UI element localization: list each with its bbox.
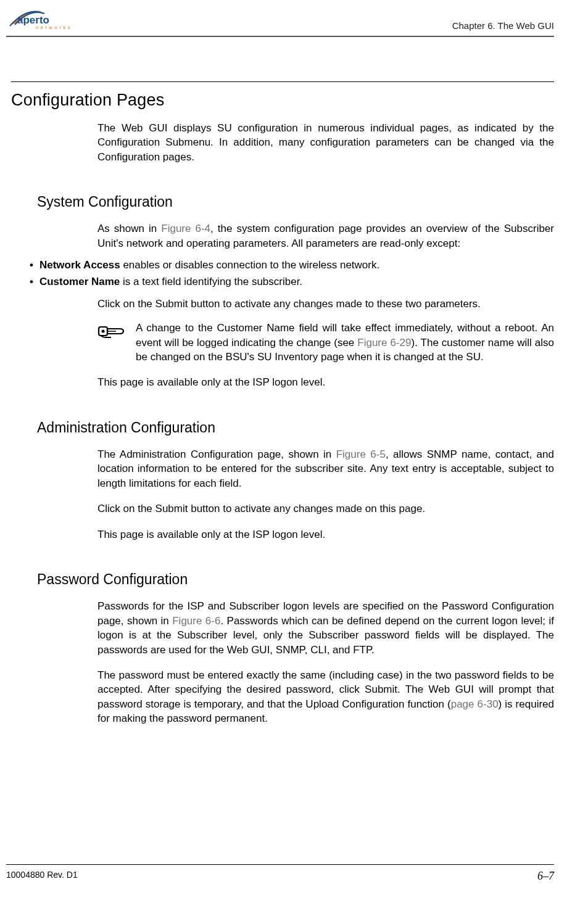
adminconf-p3: This page is available only at the ISP l…	[97, 527, 554, 542]
figure-ref[interactable]: Figure 6-4	[161, 223, 210, 234]
bold-term: Network Access	[39, 259, 120, 271]
adminconf-p1: The Administration Configuration page, s…	[97, 447, 554, 490]
pwdconf-p1: Passwords for the ISP and Subscriber log…	[97, 599, 554, 657]
svg-point-3	[102, 330, 105, 333]
list-item: • Customer Name is a text field identify…	[30, 273, 554, 290]
list-item-text: Customer Name is a text field identifyin…	[39, 273, 302, 290]
doc-revision: 10004880 Rev. D1	[6, 870, 78, 883]
text: is a text field identifying the subscrib…	[120, 276, 302, 287]
text: As shown in	[97, 223, 161, 234]
text: The Administration Configuration page, s…	[97, 448, 336, 460]
page-title: Configuration Pages	[11, 81, 554, 110]
sysconf-p2: Click on the Submit button to activate a…	[97, 297, 554, 311]
sysconf-p3: This page is available only at the ISP l…	[97, 375, 554, 389]
aperto-logo: aperto n e t w o r k s	[6, 7, 74, 32]
note-block: A change to the Customer Name field will…	[97, 321, 554, 364]
header-rule	[6, 36, 554, 37]
bold-term: Customer Name	[39, 276, 120, 287]
system-configuration-heading: System Configuration	[37, 194, 554, 210]
figure-ref[interactable]: Figure 6-29	[357, 337, 411, 349]
page-number: 6–7	[537, 870, 554, 883]
sysconf-p1: As shown in Figure 6-4, the system confi…	[97, 221, 554, 250]
page-ref[interactable]: page 6-30	[451, 698, 499, 710]
pwdconf-p2: The password must be entered exactly the…	[97, 668, 554, 726]
note-text: A change to the Customer Name field will…	[136, 321, 554, 364]
page-header: aperto n e t w o r k s Chapter 6. The We…	[6, 7, 554, 35]
text: enables or disables connection to the wi…	[120, 259, 380, 271]
list-item: • Network Access enables or disables con…	[30, 257, 554, 273]
adminconf-p2: Click on the Submit button to activate a…	[97, 502, 554, 516]
bullet-marker: •	[30, 273, 33, 290]
intro-paragraph: The Web GUI displays SU configuration in…	[97, 121, 554, 164]
admin-configuration-heading: Administration Configuration	[37, 419, 554, 436]
figure-ref[interactable]: Figure 6-6	[172, 615, 220, 627]
figure-ref[interactable]: Figure 6-5	[336, 448, 386, 460]
svg-text:n e t w o r k s: n e t w o r k s	[36, 25, 71, 30]
page-footer: 10004880 Rev. D1 6–7	[6, 864, 554, 883]
chapter-label: Chapter 6. The Web GUI	[452, 20, 554, 32]
pointing-hand-icon	[97, 322, 125, 344]
bullet-list: • Network Access enables or disables con…	[30, 257, 554, 290]
list-item-text: Network Access enables or disables conne…	[39, 257, 379, 273]
password-configuration-heading: Password Configuration	[37, 571, 554, 588]
svg-text:aperto: aperto	[17, 14, 49, 26]
bullet-marker: •	[30, 257, 33, 273]
